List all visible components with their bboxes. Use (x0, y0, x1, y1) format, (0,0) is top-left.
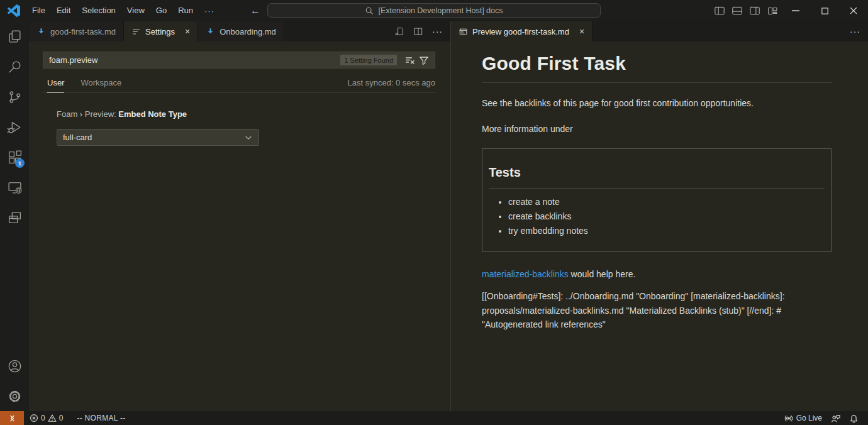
remote-explorer-icon[interactable] (0, 172, 29, 202)
list-item: try embedding notes (508, 226, 825, 236)
split-editor-icon[interactable] (413, 26, 423, 36)
settings-search-value: foam.preview (49, 55, 340, 65)
editor-group-right: Preview good-first-task.md × ··· Good Fi… (451, 21, 868, 411)
status-bar: 0 0 -- NORMAL -- Go Live (0, 411, 868, 425)
feedback-icon (831, 414, 840, 423)
minimize-button[interactable] (781, 0, 810, 21)
scope-tab-user[interactable]: User (47, 78, 64, 93)
settings-scope-tabs: User Workspace Last synced: 0 secs ago (43, 75, 435, 93)
settings-count-badge: 1 Setting Found (340, 55, 397, 65)
broadcast-icon (784, 414, 793, 422)
notifications-status[interactable] (845, 411, 863, 425)
activity-bar: 1 (0, 21, 29, 411)
menu-more-button[interactable]: ··· (199, 6, 220, 16)
feedback-status[interactable] (826, 411, 845, 425)
embedded-note-title: Tests (489, 165, 825, 189)
extensions-icon[interactable]: 1 (0, 142, 29, 172)
setting-item-embed-note-type: Foam › Preview: Embed Note Type full-car… (57, 109, 259, 146)
settings-search-input[interactable]: foam.preview 1 Setting Found (43, 52, 435, 69)
open-settings-json-icon[interactable] (394, 26, 404, 36)
settings-editor: foam.preview 1 Setting Found User Worksp… (29, 41, 450, 411)
link-references-paragraph: [[Onboarding#Tests]: ../Onboarding.md "O… (482, 289, 834, 332)
markdown-file-icon (36, 27, 46, 36)
scope-tab-workspace[interactable]: Workspace (81, 78, 121, 92)
markdown-file-icon (206, 27, 215, 36)
tab-bar-right: Preview good-first-task.md × ··· (451, 21, 868, 41)
setting-label-name: Embed Note Type (118, 109, 187, 119)
warnings-count: 0 (59, 414, 64, 422)
dropdown-value: full-card (63, 133, 92, 142)
filter-settings-icon[interactable] (418, 54, 430, 67)
tab-settings[interactable]: Settings × (124, 21, 198, 41)
window-controls (711, 0, 868, 21)
list-item: create a note (508, 197, 825, 207)
settings-gear-icon[interactable] (0, 381, 29, 411)
maximize-button[interactable] (810, 0, 839, 21)
markdown-preview-icon (459, 27, 468, 36)
more-actions-icon[interactable]: ··· (432, 26, 443, 36)
embedded-note-list: create a note create backlinks try embed… (494, 197, 825, 236)
command-center-search[interactable]: [Extension Development Host] docs (267, 3, 601, 18)
markdown-preview: Good First Task See the backlinks of thi… (451, 41, 868, 411)
tab-good-first-task[interactable]: good-first-task.md (29, 21, 124, 41)
toggle-secondary-sidebar-icon[interactable] (746, 0, 764, 21)
close-tab-icon[interactable]: × (579, 27, 584, 36)
menu-run[interactable]: Run (172, 3, 199, 19)
link-suffix-text: would help here. (569, 269, 636, 279)
embed-note-type-dropdown[interactable]: full-card (57, 129, 259, 146)
errors-icon (30, 414, 38, 422)
setting-label: Foam › Preview: Embed Note Type (57, 109, 259, 119)
menu-go[interactable]: Go (150, 3, 172, 19)
remote-indicator[interactable] (0, 411, 24, 425)
tab-preview-good-first-task[interactable]: Preview good-first-task.md × (451, 21, 593, 41)
menu-view[interactable]: View (121, 3, 150, 19)
vscode-logo-icon (8, 4, 20, 17)
materialized-backlinks-link[interactable]: materialized-backlinks (482, 269, 569, 279)
title-bar: File Edit Selection View Go Run ··· ← → … (0, 0, 868, 21)
setting-label-prefix: Foam › Preview: (57, 109, 118, 119)
editor-actions-right: ··· (850, 21, 868, 41)
vim-mode-status[interactable]: -- NORMAL -- (72, 411, 130, 425)
go-live-label: Go Live (796, 414, 822, 422)
editor-actions-left: ··· (394, 21, 450, 41)
editor-layouts-icon[interactable] (0, 202, 29, 233)
tab-bar-left: good-first-task.md Settings × Onboarding… (29, 21, 450, 41)
source-control-icon[interactable] (0, 82, 29, 112)
title-rule (482, 82, 832, 83)
customize-layout-icon[interactable] (764, 0, 781, 21)
problems-status[interactable]: 0 0 (25, 411, 67, 425)
navigate-back-icon[interactable]: ← (250, 5, 260, 16)
more-actions-icon[interactable]: ··· (850, 26, 860, 36)
extensions-badge: 1 (15, 158, 25, 168)
clear-settings-search-icon[interactable] (404, 54, 416, 67)
menu-selection[interactable]: Selection (76, 3, 121, 19)
status-bar-right: Go Live (780, 411, 868, 425)
close-tab-icon[interactable]: × (185, 27, 190, 36)
toggle-panel-icon[interactable] (728, 0, 746, 21)
toggle-primary-sidebar-icon[interactable] (711, 0, 728, 21)
list-item: create backlinks (508, 211, 825, 221)
tab-label: Settings (145, 27, 175, 36)
embedded-note-card: Tests create a note create backlinks try… (482, 148, 832, 252)
explorer-icon[interactable] (0, 21, 29, 52)
preview-paragraph: See the backlinks of this page for good … (482, 98, 868, 108)
last-synced-label: Last synced: 0 secs ago (348, 78, 435, 92)
menu-edit[interactable]: Edit (51, 3, 76, 19)
close-window-button[interactable] (839, 0, 868, 21)
accounts-icon[interactable] (0, 351, 29, 381)
menu-file[interactable]: File (26, 3, 51, 19)
search-sidebar-icon[interactable] (0, 52, 29, 82)
preview-paragraph: More information under (482, 124, 868, 134)
settings-editor-icon (131, 27, 141, 36)
go-live-status[interactable]: Go Live (780, 411, 826, 425)
tab-label: Preview good-first-task.md (472, 27, 569, 36)
warnings-icon (48, 414, 57, 422)
tab-onboarding[interactable]: Onboarding.md (198, 21, 284, 41)
chevron-down-icon (244, 133, 253, 142)
preview-paragraph: materialized-backlinks would help here. (482, 269, 868, 279)
preview-title: Good First Task (482, 53, 868, 74)
vim-mode-label: -- NORMAL -- (77, 414, 125, 422)
tab-label: good-first-task.md (50, 27, 116, 36)
run-and-debug-icon[interactable] (0, 112, 29, 142)
errors-count: 0 (41, 414, 45, 422)
